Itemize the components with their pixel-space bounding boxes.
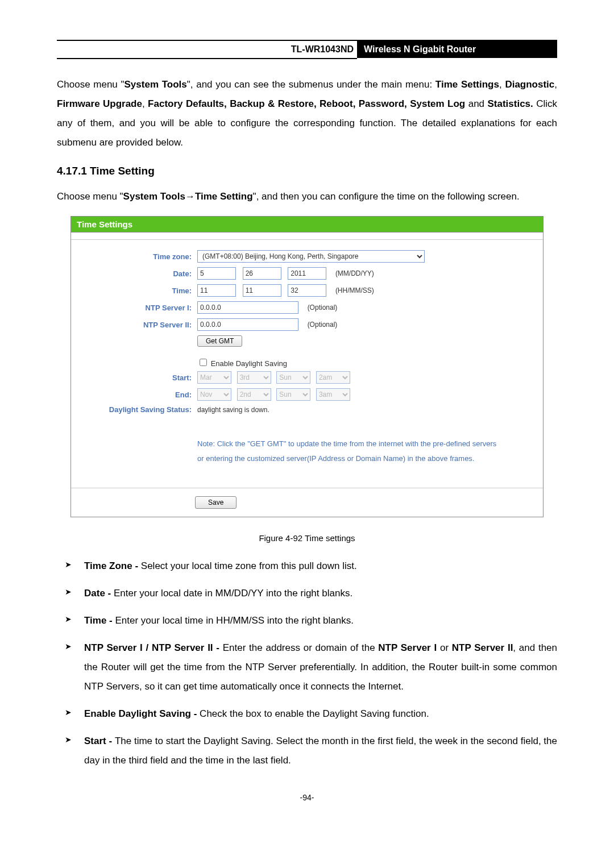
enable-daylight-label: Enable Daylight Saving — [211, 359, 287, 368]
text: Choose menu " — [57, 79, 125, 90]
text: , — [499, 79, 505, 90]
intro-paragraph: Choose menu "System Tools", and you can … — [57, 75, 557, 152]
text-bold: Firmware Upgrade — [57, 98, 142, 109]
date-hint: (MM/DD/YY) — [335, 269, 374, 277]
text: ", and you can see the submenus under th… — [187, 79, 435, 90]
text-bold: NTP Server I — [378, 642, 437, 653]
text-bold: Date - — [84, 588, 114, 599]
label-end: End: — [79, 391, 197, 399]
end-month-select[interactable]: Nov — [197, 388, 231, 401]
list-item: Start - The time to start the Daylight S… — [57, 732, 557, 770]
timezone-select[interactable]: (GMT+08:00) Beijing, Hong Kong, Perth, S… — [197, 250, 425, 263]
text: ", and then you can configure the time o… — [253, 191, 520, 202]
section-heading: 4.17.1 Time Setting — [57, 165, 557, 177]
time-hint: (HH/MM/SS) — [335, 286, 374, 294]
start-month-select[interactable]: Mar — [197, 371, 231, 384]
list-item: Date - Enter your local date in MM/DD/YY… — [57, 584, 557, 603]
end-day-select[interactable]: Sun — [276, 388, 310, 401]
list-item: Enable Daylight Saving - Check the box t… — [57, 704, 557, 724]
end-week-select[interactable]: 2nd — [237, 388, 271, 401]
text-bold: NTP Server I / NTP Server II - — [84, 642, 223, 653]
text: , — [554, 79, 557, 90]
label-time: Time: — [79, 286, 197, 295]
ntp1-hint: (Optional) — [308, 304, 338, 312]
text: Enter your local date in MM/DD/YY into t… — [114, 588, 352, 599]
text-bold: NTP Server II — [452, 642, 513, 653]
text: Choose menu " — [57, 191, 123, 202]
text-bold: Factory Defaults, Backup & Restore, Rebo… — [148, 98, 465, 109]
note-line-2: or entering the customized server(IP Add… — [197, 451, 535, 466]
page-number: -94- — [57, 793, 557, 802]
start-week-select[interactable]: 3rd — [237, 371, 271, 384]
time-settings-panel: Time Settings Time zone: (GMT+08:00) Bei… — [70, 216, 544, 517]
figure-caption: Figure 4-92 Time settings — [57, 533, 557, 543]
date-month-input[interactable] — [197, 267, 236, 280]
label-ntp1: NTP Server I: — [79, 304, 197, 312]
text: The time to start the Daylight Saving. S… — [84, 736, 557, 766]
start-day-select[interactable]: Sun — [276, 371, 310, 384]
panel-gap — [71, 232, 543, 240]
setting-paragraph: Choose menu "System Tools→Time Setting",… — [57, 187, 557, 206]
header-title: Wireless N Gigabit Router — [357, 41, 557, 58]
text-bold: Diagnostic — [505, 79, 554, 90]
ntp1-input[interactable] — [197, 301, 298, 314]
label-date: Date: — [79, 269, 197, 278]
ntp2-input[interactable] — [197, 318, 298, 331]
list-item: Time Zone - Select your local time zone … — [57, 556, 557, 576]
bullet-list: Time Zone - Select your local time zone … — [57, 556, 557, 770]
time-sec-input[interactable] — [288, 284, 326, 297]
note-line-1: Note: Click the "GET GMT" to update the … — [197, 437, 535, 451]
label-timezone: Time zone: — [79, 252, 197, 261]
panel-body: Time zone: (GMT+08:00) Beijing, Hong Kon… — [71, 240, 543, 488]
list-item: NTP Server I / NTP Server II - Enter the… — [57, 638, 557, 696]
text-bold: System Tools→Time Setting — [123, 191, 253, 202]
dss-status: daylight saving is down. — [197, 406, 269, 414]
panel-footer: Save — [71, 488, 543, 517]
list-item: Time - Enter your local time in HH/MM/SS… — [57, 611, 557, 630]
enable-daylight-checkbox[interactable] — [200, 359, 207, 366]
panel-title: Time Settings — [71, 217, 543, 232]
text: Check the box to enable the Daylight Sav… — [200, 708, 429, 719]
label-dss: Daylight Saving Status: — [79, 405, 197, 414]
text-bold: Statistics. — [487, 98, 533, 109]
get-gmt-button[interactable]: Get GMT — [197, 335, 242, 347]
label-ntp2: NTP Server II: — [79, 321, 197, 329]
page-header: TL-WR1043ND Wireless N Gigabit Router — [57, 40, 557, 59]
end-hour-select[interactable]: 3am — [316, 388, 350, 401]
start-hour-select[interactable]: 2am — [316, 371, 350, 384]
ntp2-hint: (Optional) — [308, 321, 338, 329]
time-hour-input[interactable] — [197, 284, 236, 297]
text: and — [465, 98, 487, 109]
text: Select your local time zone from this pu… — [141, 560, 357, 571]
date-year-input[interactable] — [288, 267, 326, 280]
text-bold: System Tools — [125, 79, 187, 90]
header-model: TL-WR1043ND — [57, 41, 357, 59]
save-button[interactable]: Save — [195, 496, 237, 509]
text: or — [437, 642, 452, 653]
text: Enter the address or domain of the — [223, 642, 379, 653]
text-bold: Time - — [84, 615, 115, 626]
label-start: Start: — [79, 373, 197, 382]
text: , — [142, 98, 148, 109]
text-bold: Start - — [84, 736, 115, 746]
text-bold: Time Zone - — [84, 560, 141, 571]
time-min-input[interactable] — [243, 284, 281, 297]
text-bold: Time Settings — [435, 79, 499, 90]
date-day-input[interactable] — [243, 267, 281, 280]
text-bold: Enable Daylight Saving - — [84, 708, 200, 719]
text: Enter your local time in HH/MM/SS into t… — [115, 615, 354, 626]
